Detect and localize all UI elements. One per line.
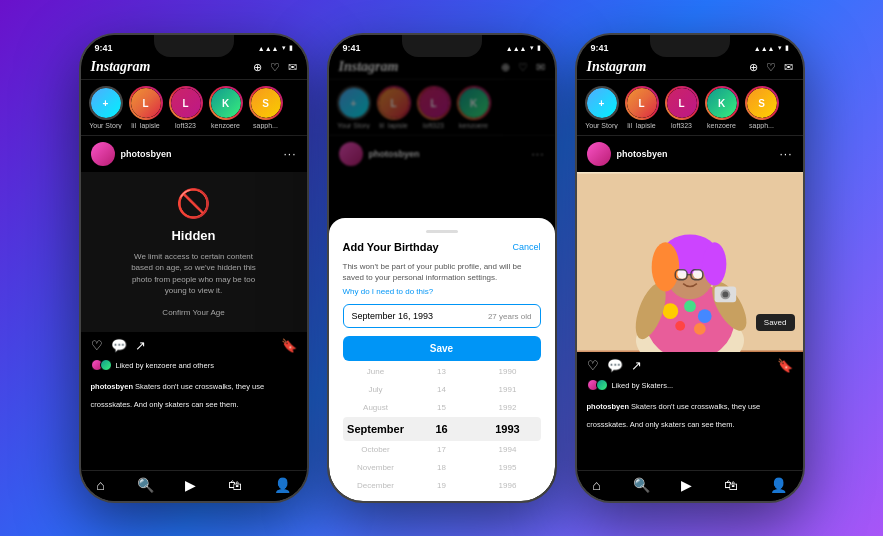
svg-point-5 [697,309,711,323]
confirm-age-btn[interactable]: Confirm Your Age [162,308,224,317]
nav-reels-3[interactable]: ▶ [681,477,692,493]
save-button[interactable]: Save [343,336,541,361]
like-icon-3[interactable]: ♡ [587,358,599,373]
nav-search-3[interactable]: 🔍 [633,477,650,493]
message-icon-1[interactable]: ✉ [288,61,297,74]
post-more-icon-1[interactable]: ··· [283,147,296,161]
post-avatar-3 [587,142,611,166]
post-actions-3: ♡ 💬 ↗ 🔖 Saved [577,352,803,379]
add-icon-1[interactable]: ⊕ [253,61,262,74]
share-icon-3[interactable]: ↗ [631,358,642,373]
story-lil-3[interactable]: L lil_lapisle [625,86,659,129]
likes-text-1: Liked by kenzoere and others [116,361,214,370]
nav-home-1[interactable]: ⌂ [96,477,104,493]
date-age: 27 years old [488,312,532,321]
story-lil-1[interactable]: L lil_lapisle [129,86,163,129]
heart-icon-3[interactable]: ♡ [766,61,776,74]
heart-icon-1[interactable]: ♡ [270,61,280,74]
picker-item: August [363,400,388,416]
signal-icon-2: ▲▲▲ [506,45,527,52]
sheet-desc: This won't be part of your public profil… [343,261,541,283]
post-username-3[interactable]: photosbyen [617,149,668,159]
picker-item: 19 [437,478,446,489]
comment-icon-1[interactable]: 💬 [111,338,127,353]
nav-profile-1[interactable]: 👤 [274,477,291,493]
caption-username-3: photosbyen [587,402,630,411]
instagram-logo-3: Instagram [587,59,647,75]
battery-icon-3: ▮ [785,44,789,52]
svg-point-6 [675,321,685,331]
story-loft-3[interactable]: L loft323 [665,86,699,129]
nav-reels-1[interactable]: ▶ [185,477,196,493]
date-input-row[interactable]: September 16, 1993 27 years old [343,304,541,328]
picker-month-col[interactable]: June July August September October Novem… [343,369,409,489]
story-kenz-1[interactable]: K kenzoere [209,86,243,129]
like-icon-1[interactable]: ♡ [91,338,103,353]
phone-1: 9:41 ▲▲▲ ▾ ▮ Instagram ⊕ ♡ ✉ + Your Stor… [79,33,309,503]
why-link[interactable]: Why do I need to do this? [343,287,541,296]
story-loft-1[interactable]: L loft323 [169,86,203,129]
nav-bar-3: ⌂ 🔍 ▶ 🛍 👤 [577,470,803,501]
nav-shop-1[interactable]: 🛍 [228,477,242,493]
svg-point-3 [662,303,678,319]
hidden-content-area-1: 🚫 Hidden We limit access to certain cont… [81,172,307,332]
sheet-header: Add Your Birthday Cancel [343,241,541,253]
hidden-desc-1: We limit access to certain content based… [124,251,264,296]
story-sapph-3[interactable]: S sapph... [745,86,779,129]
sheet-cancel-btn[interactable]: Cancel [512,242,540,252]
save-icon-3[interactable]: 🔖 [777,358,793,373]
svg-point-4 [684,300,696,312]
status-time-2: 9:41 [343,43,361,53]
header-icons-3: ⊕ ♡ ✉ [749,61,793,74]
picker-item: 1990 [499,369,517,380]
status-icons-2: ▲▲▲ ▾ ▮ [506,44,541,52]
picker-item: 1991 [499,382,517,398]
save-icon-1[interactable]: 🔖 [281,338,297,353]
date-value: September 16, 1993 [352,311,434,321]
signal-icon-3: ▲▲▲ [754,45,775,52]
stories-row-1: + Your Story L lil_lapisle L loft323 K k… [81,80,307,136]
post-more-icon-3[interactable]: ··· [779,147,792,161]
ig-header-1: Instagram ⊕ ♡ ✉ [81,55,307,80]
nav-profile-3[interactable]: 👤 [770,477,787,493]
story-your-story-1[interactable]: + Your Story [89,86,123,129]
picker-item: November [357,460,394,476]
story-sapph-1[interactable]: S sapph... [249,86,283,129]
share-icon-1[interactable]: ↗ [135,338,146,353]
svg-point-21 [722,291,728,297]
battery-icon: ▮ [289,44,293,52]
post-caption-3: photosbyen Skaters don't use crosswalks,… [577,393,803,435]
sheet-handle [426,230,458,233]
message-icon-3[interactable]: ✉ [784,61,793,74]
story-kenz-3[interactable]: K kenzoere [705,86,739,129]
nav-home-3[interactable]: ⌂ [592,477,600,493]
picker-item: 1992 [499,400,517,416]
nav-shop-3[interactable]: 🛍 [724,477,738,493]
picker-item: 13 [437,369,446,380]
comment-icon-3[interactable]: 💬 [607,358,623,373]
picker-item: 15 [437,400,446,416]
date-picker[interactable]: June July August September October Novem… [343,369,541,489]
stories-row-2: + Your Story L lil_lapisle L loft323 K k… [329,80,555,136]
post-actions-1: ♡ 💬 ↗ 🔖 [81,332,307,359]
svg-point-13 [702,242,726,285]
instagram-logo-1: Instagram [91,59,151,75]
picker-day-col[interactable]: 13 14 15 16 17 18 19 [409,369,475,489]
saved-toast: Saved [756,314,795,331]
picker-item: October [361,442,389,458]
phone-3: 9:41 ▲▲▲ ▾ ▮ Instagram ⊕ ♡ ✉ + Your Stor… [575,33,805,503]
wifi-icon-2: ▾ [530,44,534,52]
picker-year-col[interactable]: 1990 1991 1992 1993 1994 1995 1996 [475,369,541,489]
post-user-row-3: photosbyen ··· [577,136,803,172]
status-bar-1: 9:41 ▲▲▲ ▾ ▮ [81,35,307,55]
likes-text-3: Liked by Skaters... [612,381,674,390]
picker-item: June [367,369,384,380]
story-your-story-3[interactable]: + Your Story [585,86,619,129]
add-icon-3[interactable]: ⊕ [749,61,758,74]
post-username-1[interactable]: photosbyen [121,149,172,159]
instagram-logo-2: Instagram [339,59,399,75]
status-icons-3: ▲▲▲ ▾ ▮ [754,44,789,52]
post-caption-1: photosbyen Skaters don't use crosswalks,… [81,373,307,415]
caption-username-1: photosbyen [91,382,134,391]
nav-search-1[interactable]: 🔍 [137,477,154,493]
